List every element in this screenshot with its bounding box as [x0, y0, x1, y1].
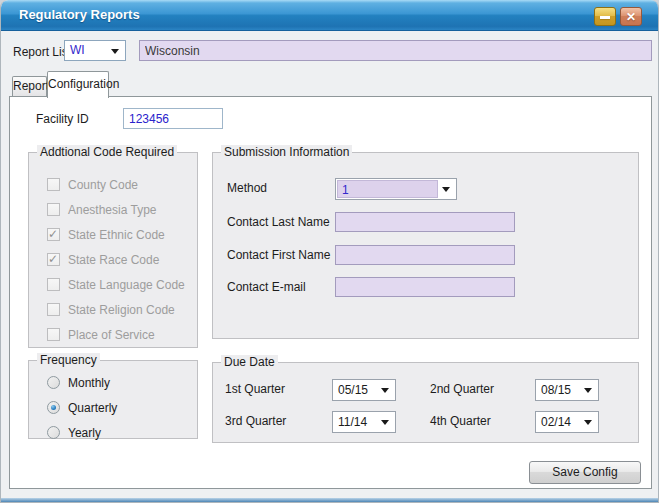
- quarter-2-combo[interactable]: 08/15: [535, 379, 599, 401]
- state-language-code-checkbox: ✓: [47, 278, 60, 291]
- additional-codes-title: Addtional Code Required: [37, 145, 177, 159]
- title-bar[interactable]: Regulatory Reports ✕: [1, 0, 659, 31]
- frequency-title: Frequency: [37, 353, 100, 367]
- checkbox-row-state-ethnic-code: ✓ State Ethnic Code: [47, 227, 189, 242]
- tab-report-label: Report: [13, 79, 49, 93]
- contact-first-name-field[interactable]: [335, 245, 515, 265]
- method-label: Method: [227, 181, 267, 195]
- quarter-3-value: 11/14: [338, 415, 367, 429]
- radio-label: Monthly: [68, 376, 110, 390]
- quarterly-radio[interactable]: [47, 401, 60, 414]
- dropdown-arrow-icon: [111, 49, 119, 54]
- state-race-code-checkbox: ✓: [47, 253, 60, 266]
- facility-id-label: Facility ID: [36, 112, 89, 126]
- checkbox-row-place-of-service: ✓ Place of Service: [47, 327, 189, 342]
- groupbox-due-date: Due Date 1st Quarter 05/15 2nd Quarter 0…: [212, 362, 639, 443]
- dropdown-arrow-icon: [381, 388, 389, 393]
- radio-row-yearly: Yearly: [47, 425, 189, 440]
- tab-report[interactable]: Report: [12, 76, 47, 96]
- radio-label: Yearly: [68, 426, 101, 440]
- quarter-1-label: 1st Quarter: [225, 382, 285, 396]
- check-icon: ✓: [48, 252, 58, 266]
- method-combo[interactable]: 1: [335, 178, 457, 200]
- anesthesia-type-checkbox: ✓: [47, 203, 60, 216]
- radio-row-quarterly: Quarterly: [47, 400, 189, 415]
- place-of-service-checkbox: ✓: [47, 328, 60, 341]
- close-icon: ✕: [621, 10, 641, 24]
- quarter-2-label: 2nd Quarter: [430, 382, 494, 396]
- dropdown-arrow-icon: [442, 187, 450, 192]
- regulatory-reports-window: Regulatory Reports ✕ Report List WI Repo…: [0, 0, 659, 503]
- contact-last-name-field[interactable]: [335, 212, 515, 232]
- quarter-1-combo[interactable]: 05/15: [332, 379, 396, 401]
- checkbox-label: State Race Code: [68, 253, 159, 267]
- report-list-label: Report List: [13, 45, 71, 59]
- tab-configuration-label: Configuration: [48, 77, 119, 91]
- window-bottom-frame: [1, 498, 659, 502]
- checkbox-row-state-race-code: ✓ State Race Code: [47, 252, 189, 267]
- groupbox-additional-codes: Addtional Code Required ✓ County Code ✓ …: [28, 152, 198, 348]
- checkbox-label: County Code: [68, 178, 138, 192]
- state-religion-code-checkbox: ✓: [47, 303, 60, 316]
- checkbox-row-state-language-code: ✓ State Language Code: [47, 277, 189, 292]
- county-code-checkbox: ✓: [47, 178, 60, 191]
- contact-last-name-label: Contact Last Name: [227, 215, 330, 229]
- contact-email-label: Contact E-mail: [227, 280, 306, 294]
- groupbox-frequency: Frequency Monthly Quarterly Yearly: [28, 360, 198, 439]
- tab-configuration[interactable]: Configuration: [47, 71, 109, 98]
- checkbox-label: State Religion Code: [68, 303, 175, 317]
- quarter-4-value: 02/14: [541, 415, 571, 429]
- check-icon: ✓: [48, 227, 58, 241]
- yearly-radio[interactable]: [47, 426, 60, 439]
- window-title: Regulatory Reports: [19, 0, 140, 30]
- checkbox-row-county-code: ✓ County Code: [47, 177, 189, 192]
- submission-information-title: Submission Information: [221, 145, 352, 159]
- dropdown-arrow-icon: [584, 420, 592, 425]
- report-list-combo[interactable]: WI: [64, 40, 126, 61]
- checkbox-row-state-religion-code: ✓ State Religion Code: [47, 302, 189, 317]
- report-name-field[interactable]: [139, 40, 652, 61]
- save-config-button[interactable]: Save Config: [529, 461, 641, 484]
- radio-label: Quarterly: [68, 401, 117, 415]
- dropdown-arrow-icon: [584, 388, 592, 393]
- facility-id-input[interactable]: [123, 108, 223, 129]
- contact-first-name-label: Contact First Name: [227, 248, 330, 262]
- radio-row-monthly: Monthly: [47, 375, 189, 390]
- quarter-3-combo[interactable]: 11/14: [332, 411, 396, 433]
- quarter-2-value: 08/15: [541, 383, 571, 397]
- quarter-1-value: 05/15: [338, 383, 368, 397]
- monthly-radio[interactable]: [47, 376, 60, 389]
- method-value: 1: [337, 180, 438, 198]
- dropdown-arrow-icon: [381, 420, 389, 425]
- checkbox-label: Anesthesia Type: [68, 203, 157, 217]
- minimize-icon: [600, 16, 610, 19]
- minimize-button[interactable]: [594, 7, 616, 26]
- checkbox-label: State Language Code: [68, 278, 185, 292]
- quarter-4-combo[interactable]: 02/14: [535, 411, 599, 433]
- quarter-3-label: 3rd Quarter: [225, 414, 286, 428]
- groupbox-submission-information: Submission Information Method 1 Contact …: [212, 152, 639, 339]
- due-date-title: Due Date: [221, 355, 278, 369]
- state-ethnic-code-checkbox: ✓: [47, 228, 60, 241]
- checkbox-label: Place of Service: [68, 328, 155, 342]
- report-list-value: WI: [70, 43, 85, 57]
- contact-email-field[interactable]: [335, 277, 515, 297]
- checkbox-label: State Ethnic Code: [68, 228, 165, 242]
- close-button[interactable]: ✕: [620, 7, 642, 26]
- checkbox-row-anesthesia-type: ✓ Anesthesia Type: [47, 202, 189, 217]
- quarter-4-label: 4th Quarter: [430, 414, 491, 428]
